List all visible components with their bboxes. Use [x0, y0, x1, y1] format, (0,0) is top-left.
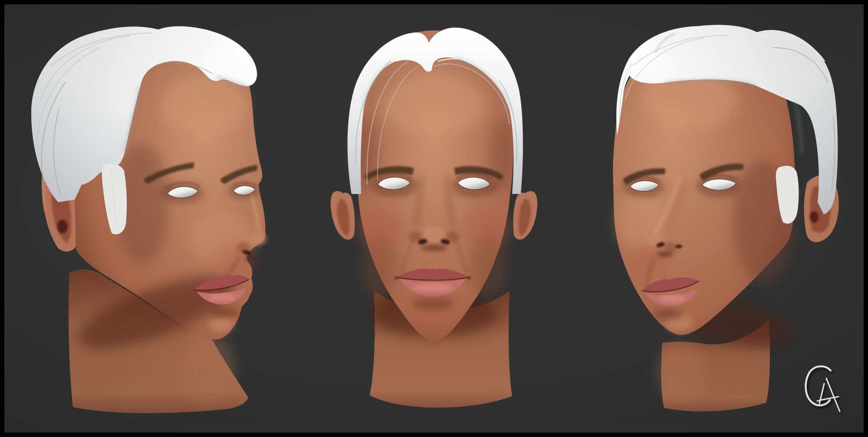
under-nose-shadow: [244, 256, 258, 261]
ear-canal: [810, 211, 819, 223]
hairline-shadow: [796, 103, 802, 152]
cheek-flush-left: [357, 208, 405, 247]
lower-lip-highlight: [413, 283, 452, 292]
artist-signature: CA: [799, 361, 855, 417]
cheek-flush-right: [463, 208, 511, 247]
signature-letter-a-diagonal: [826, 378, 840, 411]
head-view-three-quarter-left-facing: [590, 13, 859, 417]
nose-tip: [249, 232, 266, 246]
head-view-three-quarter-right-facing: [26, 13, 295, 417]
forehead-highlight: [161, 76, 247, 137]
under-nose-shadow: [657, 252, 673, 257]
mouth-corner-left: [394, 276, 398, 280]
under-lip-shadow: [412, 298, 454, 310]
lower-lip-highlight: [659, 295, 685, 302]
signature-strokes: [806, 366, 840, 411]
under-lip-shadow: [211, 308, 240, 317]
render-canvas: CA: [0, 0, 868, 437]
forehead-highlight: [382, 74, 486, 135]
mouth-corner-right: [467, 276, 471, 280]
under-lip-shadow: [653, 309, 682, 319]
artist-signature-text: CA: [799, 417, 799, 418]
head-view-front: [326, 20, 542, 414]
neck-highlight: [658, 343, 705, 404]
ear-canal: [57, 220, 68, 233]
lower-lip-highlight: [209, 294, 235, 301]
artist-signature-monogram: [799, 361, 855, 417]
chin-highlight: [209, 317, 233, 332]
nose-wing: [665, 243, 677, 252]
neck-highlight: [182, 334, 234, 404]
